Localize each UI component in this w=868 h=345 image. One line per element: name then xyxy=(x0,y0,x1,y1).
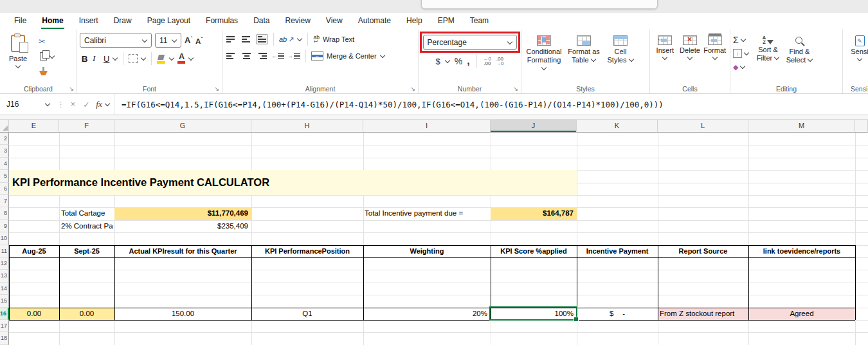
column-header-i[interactable]: I xyxy=(363,120,491,133)
column-header-h[interactable]: H xyxy=(251,120,363,133)
cell-header-actual[interactable]: Actual KPIresult for this Quarter xyxy=(114,245,251,257)
paste-button[interactable]: Paste xyxy=(3,33,33,77)
tab-data[interactable]: Data xyxy=(246,13,277,30)
column-header-f[interactable]: F xyxy=(59,120,114,133)
comma-style-button[interactable]: , xyxy=(467,55,469,67)
percent-style-button[interactable]: % xyxy=(455,56,462,66)
column-header-overflow[interactable] xyxy=(855,120,868,133)
cell-contract-value[interactable]: $235,409 xyxy=(114,220,251,232)
row-header-13[interactable]: 13 xyxy=(0,270,9,282)
row-header-4[interactable]: 4 xyxy=(0,158,9,170)
column-header-k[interactable]: K xyxy=(577,120,658,133)
font-name-select[interactable]: Calibri xyxy=(80,33,152,48)
clear-button[interactable]: ◆ xyxy=(733,61,749,73)
search-box[interactable] xyxy=(421,0,658,9)
tab-formulas[interactable]: Formulas xyxy=(198,13,246,30)
fill-button[interactable]: ↓ xyxy=(733,48,749,59)
increase-font-button[interactable]: Aˆ xyxy=(185,35,192,45)
tab-help[interactable]: Help xyxy=(399,13,430,30)
row-header-16[interactable]: 16 xyxy=(0,308,9,320)
cell-e16[interactable]: 0.00 xyxy=(9,308,59,320)
row-header-8[interactable]: 8 xyxy=(0,207,9,219)
delete-cells-button[interactable]: Delete xyxy=(678,33,703,84)
cell-header-evidence[interactable]: link toevidence/reports xyxy=(748,245,855,257)
cell-l16[interactable]: From Z stockout report xyxy=(658,308,748,320)
cell-header-aug[interactable]: Aug-25 xyxy=(9,245,59,257)
drag-handle-icon[interactable]: ⋮ xyxy=(55,100,66,109)
clipboard-dialog-launcher[interactable]: ↘ xyxy=(69,86,74,92)
tab-team[interactable]: Team xyxy=(462,13,496,30)
cell-header-report-source[interactable]: Report Source xyxy=(658,245,748,257)
middle-align-button[interactable] xyxy=(240,34,253,44)
active-cell-selection[interactable] xyxy=(489,306,577,321)
cell-total-cartage-value[interactable]: $11,770,469 xyxy=(114,207,251,219)
row-header-3[interactable]: 3 xyxy=(0,145,9,157)
cell-contract-label[interactable]: 2% Contract Pa xyxy=(59,220,114,232)
cell-header-sept[interactable]: Sept-25 xyxy=(59,245,114,257)
row-header-9[interactable]: 9 xyxy=(0,220,9,232)
cell-m16[interactable]: Agreed xyxy=(748,308,855,320)
row-header-15[interactable]: 15 xyxy=(0,295,9,307)
tab-automate[interactable]: Automate xyxy=(350,13,399,30)
font-dialog-launcher[interactable]: ↘ xyxy=(214,86,219,92)
cell-title[interactable]: KPI Performance Incentive Payment CALCUL… xyxy=(9,170,577,195)
row-header-7[interactable]: 7 xyxy=(0,195,9,207)
row-header-2[interactable]: 2 xyxy=(0,133,9,145)
cut-button[interactable]: ✂ xyxy=(39,35,55,48)
orientation-button[interactable]: ab↗ xyxy=(279,35,294,44)
tab-home[interactable]: Home xyxy=(34,13,71,30)
align-right-button[interactable] xyxy=(256,51,268,61)
cell-f16[interactable]: 0.00 xyxy=(59,308,114,320)
cell-total-cartage-label[interactable]: Total Cartage xyxy=(59,207,114,219)
row-header-10[interactable]: 10 xyxy=(0,232,9,245)
column-header-l[interactable]: L xyxy=(658,120,748,133)
tab-insert[interactable]: Insert xyxy=(71,13,106,30)
tab-page-layout[interactable]: Page Layout xyxy=(140,13,198,30)
tab-review[interactable]: Review xyxy=(277,13,318,30)
decrease-decimal-button[interactable]: .00→0 xyxy=(496,57,503,66)
decrease-indent-button[interactable]: ← xyxy=(271,53,284,59)
bottom-align-button[interactable] xyxy=(256,34,268,44)
bold-button[interactable]: B xyxy=(80,54,89,64)
format-cells-button[interactable]: Format xyxy=(702,33,727,84)
font-color-button[interactable]: A xyxy=(177,53,185,64)
column-header-g[interactable]: G xyxy=(114,120,251,133)
tab-epm[interactable]: EPM xyxy=(430,13,462,30)
font-size-select[interactable]: 11 xyxy=(155,33,181,48)
decrease-font-button[interactable]: Aˇ xyxy=(195,36,203,45)
accounting-format-button[interactable]: $ xyxy=(435,57,440,66)
row-header-17[interactable]: 17 xyxy=(0,320,9,332)
merge-center-button[interactable]: ↔ Merge & Center xyxy=(311,51,385,61)
cell-header-incentive[interactable]: Incentive Payment xyxy=(577,245,658,257)
column-header-m[interactable]: M xyxy=(748,120,855,133)
fill-handle[interactable] xyxy=(574,317,579,322)
column-header-e[interactable]: E xyxy=(9,120,59,133)
find-select-button[interactable]: Find & Select xyxy=(784,33,815,73)
number-dialog-launcher[interactable]: ↘ xyxy=(513,86,518,92)
formula-input[interactable]: =IF(G16<=Q14,1.5,IF(G16<=P14,(100+(P14-G… xyxy=(116,100,868,109)
row-header-14[interactable]: 14 xyxy=(0,283,9,295)
copy-button[interactable] xyxy=(39,50,55,62)
autosum-button[interactable]: Σ xyxy=(733,34,749,46)
column-header-j[interactable]: J xyxy=(491,120,577,133)
cell-incentive-value[interactable]: $164,787 xyxy=(491,207,577,219)
cell-incentive-label[interactable]: Total Incentive payment due = xyxy=(363,207,491,219)
fill-color-button[interactable] xyxy=(157,54,166,64)
cell-k16[interactable]: $- xyxy=(577,308,658,320)
format-painter-button[interactable] xyxy=(39,65,55,77)
increase-indent-button[interactable]: → xyxy=(287,53,300,59)
conditional-formatting-button[interactable]: Conditional Formatting xyxy=(524,33,564,84)
alignment-dialog-launcher[interactable]: ↘ xyxy=(410,86,415,92)
top-align-button[interactable] xyxy=(225,34,237,44)
insert-cells-button[interactable]: Insert xyxy=(653,33,678,84)
underline-button[interactable]: U xyxy=(104,54,109,64)
italic-button[interactable]: I xyxy=(93,53,100,64)
increase-decimal-button[interactable]: ←0.00 xyxy=(484,57,491,66)
name-box[interactable]: J16 xyxy=(0,94,55,115)
insert-function-button[interactable]: fx xyxy=(93,99,105,109)
row-header-11[interactable]: 11 xyxy=(0,245,9,257)
row-header-18[interactable]: 18 xyxy=(0,332,9,344)
wrap-text-button[interactable]: ab↩ Wrap Text xyxy=(313,35,354,43)
tab-draw[interactable]: Draw xyxy=(106,13,140,30)
cell-i16[interactable]: 20% xyxy=(363,308,491,320)
